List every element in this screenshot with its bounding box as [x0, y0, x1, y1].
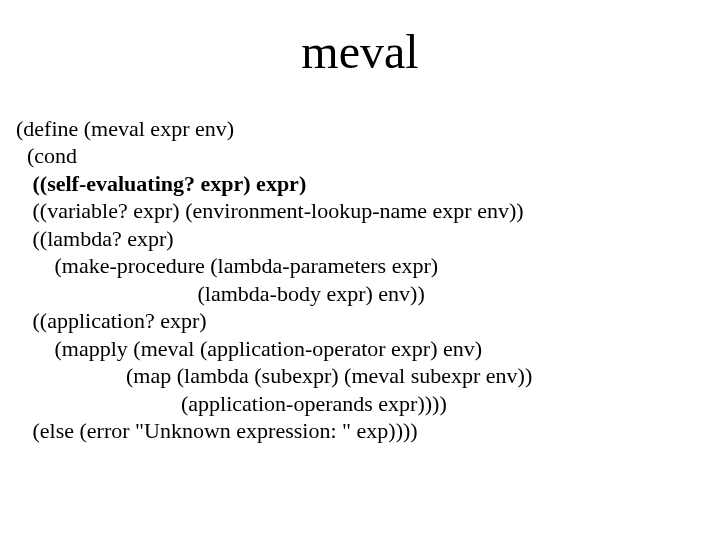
code-line-6: (make-procedure (lambda-parameters expr): [16, 253, 438, 278]
code-line-3b: ((self-evaluating? expr) expr): [33, 171, 307, 196]
code-line-5: ((lambda? expr): [16, 226, 174, 251]
code-line-9: (mapply (meval (application-operator exp…: [16, 336, 482, 361]
slide: meval (define (meval expr env) (cond ((s…: [0, 24, 720, 540]
slide-title: meval: [0, 24, 720, 79]
code-line-8: ((application? expr): [16, 308, 207, 333]
code-line-4: ((variable? expr) (environment-lookup-na…: [16, 198, 524, 223]
code-line-3a: [16, 171, 33, 196]
code-block: (define (meval expr env) (cond ((self-ev…: [16, 87, 720, 445]
code-line-2: (cond: [16, 143, 77, 168]
code-line-1: (define (meval expr env): [16, 116, 234, 141]
code-line-12: (else (error "Unknown expression: " exp)…: [16, 418, 418, 443]
code-line-11: (application-operands expr)))): [16, 391, 447, 416]
code-line-7: (lambda-body expr) env)): [16, 281, 425, 306]
code-line-10: (map (lambda (subexpr) (meval subexpr en…: [16, 363, 532, 388]
